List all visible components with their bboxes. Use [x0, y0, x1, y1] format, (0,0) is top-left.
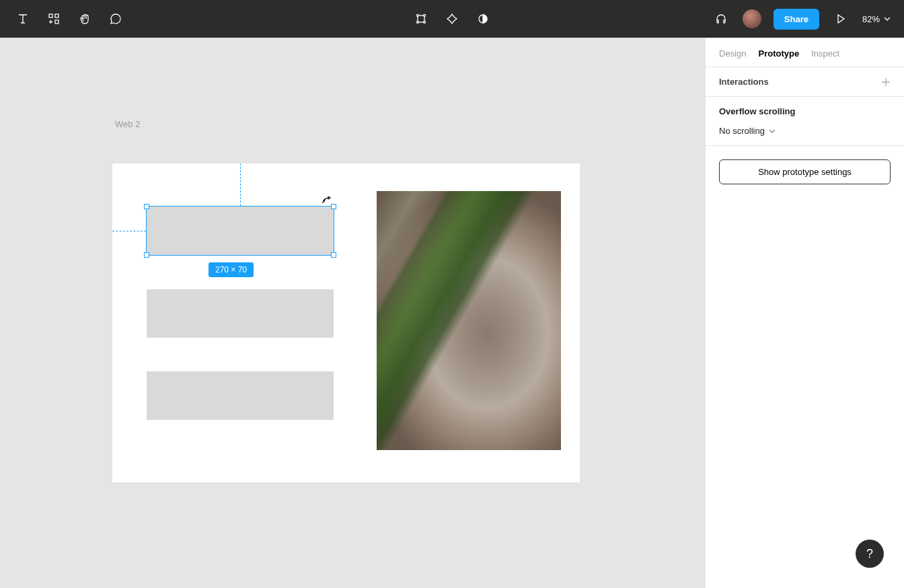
- tab-inspect[interactable]: Inspect: [811, 48, 839, 59]
- frame-icon: [414, 12, 428, 26]
- svg-point-4: [417, 15, 419, 17]
- resize-handle-top-left[interactable]: [144, 204, 149, 209]
- effects-tool-button[interactable]: [439, 5, 465, 32]
- headphones-button[interactable]: [708, 5, 735, 32]
- interactions-section: Interactions: [706, 67, 904, 97]
- frame-name-label[interactable]: Web 2: [115, 119, 140, 129]
- zoom-dropdown[interactable]: 82%: [858, 14, 895, 24]
- rectangle-3[interactable]: [147, 371, 334, 420]
- overflow-section: Overflow scrolling No scrolling: [706, 97, 904, 146]
- tab-design[interactable]: Design: [719, 48, 746, 59]
- overflow-scrolling-label: Overflow scrolling: [719, 106, 891, 116]
- toolbar-center: [408, 5, 496, 32]
- hand-tool-button[interactable]: [71, 5, 98, 32]
- comment-tool-button[interactable]: [102, 5, 129, 32]
- comment-icon: [109, 12, 122, 26]
- components-tool-button[interactable]: [40, 5, 67, 32]
- rotate-cursor-icon: [322, 196, 334, 209]
- toolbar-left: [9, 5, 129, 32]
- selection-box[interactable]: [146, 206, 334, 256]
- svg-rect-0: [49, 14, 52, 17]
- present-button[interactable]: [827, 5, 854, 32]
- overflow-value: No scrolling: [719, 126, 765, 136]
- contrast-icon: [476, 12, 490, 26]
- selection-dimensions-badge: 270 × 70: [209, 262, 254, 277]
- hand-icon: [78, 12, 91, 26]
- svg-point-7: [424, 22, 426, 24]
- tab-prototype[interactable]: Prototype: [758, 48, 799, 59]
- alignment-guide-vertical: [240, 163, 241, 206]
- resize-handle-bottom-left[interactable]: [144, 252, 149, 258]
- prototype-settings-wrap: Show prototype settings: [706, 146, 904, 198]
- contrast-tool-button[interactable]: [469, 5, 496, 32]
- koala-image[interactable]: [377, 191, 561, 450]
- svg-rect-2: [55, 14, 59, 17]
- show-prototype-settings-button[interactable]: Show prototype settings: [719, 159, 891, 184]
- canvas[interactable]: Web 2 270 × 70: [0, 38, 705, 588]
- text-tool-button[interactable]: [9, 5, 36, 32]
- overflow-scrolling-dropdown[interactable]: No scrolling: [719, 126, 891, 136]
- resize-handle-bottom-right[interactable]: [331, 252, 336, 258]
- svg-rect-1: [55, 20, 59, 24]
- help-button[interactable]: ?: [856, 540, 884, 568]
- play-icon: [835, 13, 847, 25]
- frame-tool-button[interactable]: [408, 5, 435, 32]
- user-avatar[interactable]: [743, 9, 761, 28]
- rectangle-2[interactable]: [147, 289, 334, 338]
- plus-icon[interactable]: [881, 77, 891, 87]
- headphones-icon: [714, 12, 728, 26]
- chevron-down-icon: [884, 17, 891, 21]
- top-toolbar: Share 82%: [0, 0, 904, 38]
- alignment-guide-horizontal: [112, 231, 146, 231]
- text-icon: [16, 12, 30, 26]
- frame-web-2[interactable]: 270 × 70: [112, 163, 580, 482]
- main-area: Web 2 270 × 70 Design Prototype Ins: [0, 38, 904, 588]
- panel-tabs: Design Prototype Inspect: [706, 38, 904, 67]
- chevron-down-icon: [769, 129, 776, 133]
- share-button[interactable]: Share: [774, 9, 819, 30]
- zoom-value: 82%: [862, 14, 880, 24]
- properties-panel: Design Prototype Inspect Interactions Ov…: [705, 38, 904, 588]
- effects-icon: [445, 12, 459, 26]
- svg-point-6: [417, 22, 419, 24]
- svg-point-5: [424, 15, 426, 17]
- toolbar-right: Share 82%: [708, 5, 895, 32]
- interactions-label: Interactions: [719, 77, 769, 87]
- components-icon: [47, 12, 61, 26]
